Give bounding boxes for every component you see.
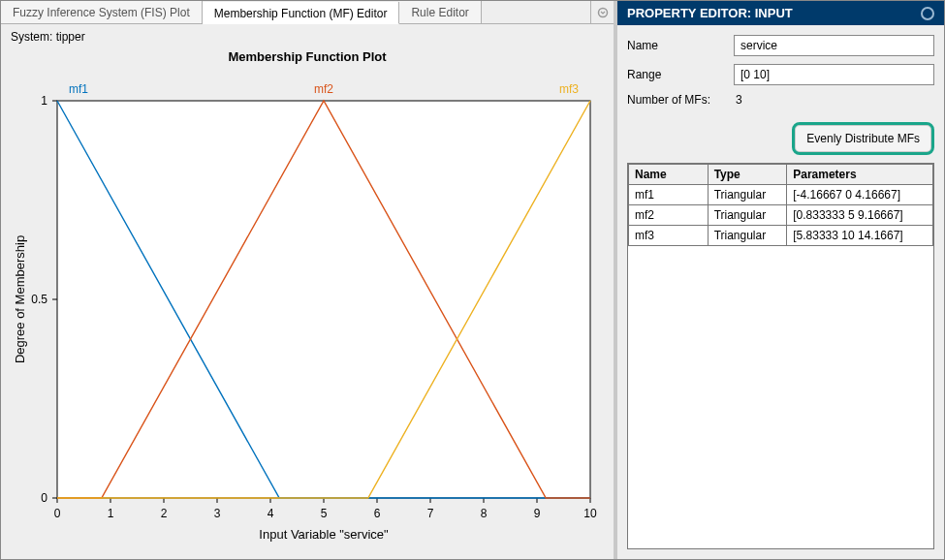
plot-title: Membership Function Plot (228, 47, 386, 68)
svg-text:0: 0 (54, 507, 61, 520)
plot-container: Membership Function Plot 01234567891000.… (1, 46, 614, 560)
name-row: Name (627, 35, 934, 56)
svg-text:6: 6 (374, 507, 381, 520)
mf-plot[interactable]: 01234567891000.51Input Variable "service… (11, 68, 604, 558)
col-params: Parameters (787, 165, 933, 185)
num-mfs-value: 3 (734, 93, 934, 107)
svg-text:5: 5 (321, 507, 328, 520)
tab-rule-editor[interactable]: Rule Editor (399, 1, 481, 23)
cell-params: [0.833333 5 9.16667] (787, 205, 933, 226)
range-row: Range (627, 64, 934, 85)
num-mfs-row: Number of MFs: 3 (627, 93, 934, 107)
gear-icon[interactable] (921, 7, 934, 20)
mf-table[interactable]: Name Type Parameters mf1Triangular[-4.16… (628, 164, 933, 246)
num-mfs-label: Number of MFs: (627, 93, 734, 107)
app-root: Fuzzy Inference System (FIS) Plot Member… (0, 0, 945, 560)
tab-strip: Fuzzy Inference System (FIS) Plot Member… (1, 1, 614, 24)
svg-text:9: 9 (534, 507, 541, 520)
table-row[interactable]: mf1Triangular[-4.16667 0 4.16667] (629, 185, 933, 205)
cell-name: mf2 (629, 205, 709, 226)
range-label: Range (627, 68, 734, 81)
tab-fis[interactable]: Fuzzy Inference System (FIS) Plot (1, 1, 203, 23)
svg-text:Input Variable "service": Input Variable "service" (259, 527, 389, 542)
property-editor-body: Name Range Number of MFs: 3 (617, 25, 944, 120)
svg-text:10: 10 (583, 507, 597, 520)
svg-text:8: 8 (481, 507, 488, 520)
svg-text:3: 3 (214, 507, 221, 520)
tab-spacer (482, 1, 590, 23)
svg-text:2: 2 (161, 507, 168, 520)
svg-text:mf2: mf2 (314, 82, 333, 96)
cell-type: Triangular (708, 185, 787, 205)
left-panel: Fuzzy Inference System (FIS) Plot Member… (1, 1, 614, 559)
table-row[interactable]: mf2Triangular[0.833333 5 9.16667] (629, 205, 933, 226)
svg-text:0: 0 (41, 491, 47, 505)
tab-dropdown-icon[interactable] (590, 1, 614, 23)
property-editor-panel: PROPERTY EDITOR: INPUT Name Range Number… (614, 1, 944, 559)
svg-text:1: 1 (41, 94, 47, 108)
system-label: System: tipper (1, 24, 614, 46)
svg-text:7: 7 (427, 507, 434, 520)
button-row: Evenly Distribute MFs (617, 120, 944, 163)
name-input[interactable] (734, 35, 934, 56)
cell-type: Triangular (708, 205, 787, 226)
range-input[interactable] (734, 64, 934, 85)
svg-text:mf3: mf3 (559, 82, 579, 96)
cell-params: [-4.16667 0 4.16667] (787, 185, 933, 205)
cell-type: Triangular (708, 226, 787, 246)
table-row[interactable]: mf3Triangular[5.83333 10 14.1667] (629, 226, 933, 246)
svg-text:mf1: mf1 (69, 82, 88, 96)
cell-name: mf1 (629, 185, 709, 205)
cell-params: [5.83333 10 14.1667] (787, 226, 933, 246)
col-type: Type (708, 165, 787, 185)
col-name: Name (629, 165, 709, 185)
cell-name: mf3 (629, 226, 709, 246)
svg-text:4: 4 (268, 507, 274, 520)
mf-table-container: Name Type Parameters mf1Triangular[-4.16… (627, 163, 934, 549)
svg-rect-1 (57, 101, 590, 498)
property-editor-header: PROPERTY EDITOR: INPUT (617, 1, 944, 25)
svg-point-0 (598, 8, 607, 16)
evenly-distribute-button[interactable]: Evenly Distribute MFs (792, 122, 934, 155)
name-label: Name (627, 39, 734, 52)
tab-mf-editor[interactable]: Membership Function (MF) Editor (203, 2, 400, 24)
property-editor-title: PROPERTY EDITOR: INPUT (627, 6, 793, 20)
svg-text:1: 1 (108, 507, 114, 520)
svg-text:Degree of Membership: Degree of Membership (13, 235, 27, 363)
svg-text:0.5: 0.5 (31, 293, 47, 306)
